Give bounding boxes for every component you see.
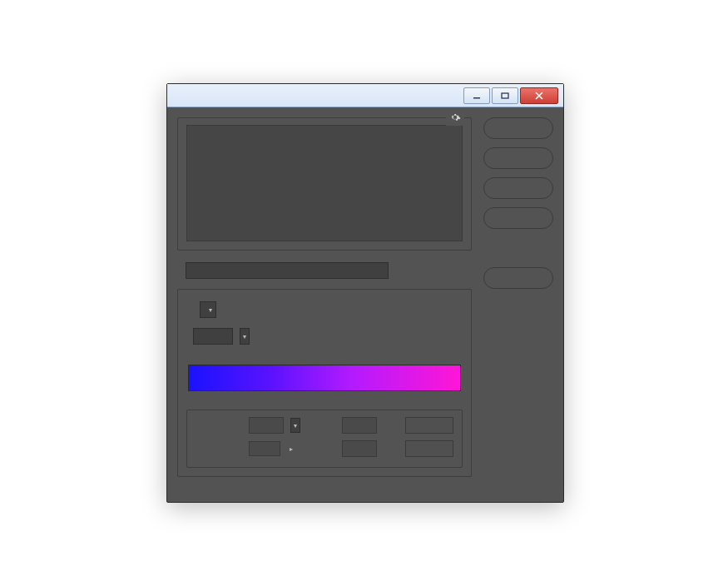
delete-opacity-stop-button[interactable]	[405, 417, 453, 434]
presets-list[interactable]	[186, 125, 463, 241]
color-location-input[interactable]	[342, 440, 377, 457]
svg-rect-1	[502, 93, 508, 98]
gradient-type-row: ▾	[193, 301, 463, 318]
gradient-bar[interactable]	[188, 365, 461, 391]
gradient-editor-window: ▾ ▾	[166, 83, 564, 503]
chevron-down-icon: ▸	[290, 445, 293, 453]
minimize-button[interactable]	[463, 87, 490, 104]
presets-fieldset	[177, 117, 472, 251]
gear-icon[interactable]	[446, 112, 464, 126]
smoothness-dropdown[interactable]: ▾	[240, 328, 250, 345]
chevron-down-icon: ▾	[209, 306, 212, 314]
smoothness-row: ▾	[186, 328, 463, 345]
load-button[interactable]	[483, 177, 553, 199]
dialog-body: ▾ ▾	[167, 107, 563, 502]
window-controls	[462, 87, 558, 104]
name-input[interactable]	[186, 262, 389, 279]
stops-fieldset: ▾ ▸	[186, 410, 463, 468]
opacity-input[interactable]	[249, 417, 284, 434]
stops-color-row: ▸	[196, 440, 453, 457]
name-row	[179, 262, 472, 279]
chevron-down-icon: ▾	[294, 422, 297, 430]
new-button[interactable]	[483, 267, 553, 289]
left-column: ▾ ▾	[177, 117, 472, 489]
opacity-location-input[interactable]	[342, 417, 377, 434]
svg-rect-0	[473, 97, 480, 99]
cancel-button[interactable]	[483, 147, 553, 169]
stops-opacity-row: ▾	[196, 417, 453, 434]
color-well[interactable]	[249, 441, 280, 456]
gradient-type-select[interactable]: ▾	[200, 301, 216, 318]
save-button[interactable]	[483, 207, 553, 229]
opacity-dropdown[interactable]: ▾	[290, 418, 300, 433]
gradient-settings-fieldset: ▾ ▾	[177, 289, 472, 477]
delete-color-stop-button[interactable]	[405, 440, 453, 457]
color-dropdown[interactable]: ▸	[287, 442, 295, 455]
close-button[interactable]	[520, 87, 558, 104]
maximize-button[interactable]	[492, 87, 518, 104]
smoothness-input[interactable]	[193, 328, 233, 345]
opacity-stop-track[interactable]	[188, 355, 461, 365]
ok-button[interactable]	[483, 117, 553, 139]
chevron-down-icon: ▾	[243, 333, 246, 340]
gradient-editor-area	[188, 355, 461, 401]
right-column	[483, 117, 553, 489]
titlebar[interactable]	[167, 84, 563, 107]
color-stop-track[interactable]	[188, 391, 461, 401]
